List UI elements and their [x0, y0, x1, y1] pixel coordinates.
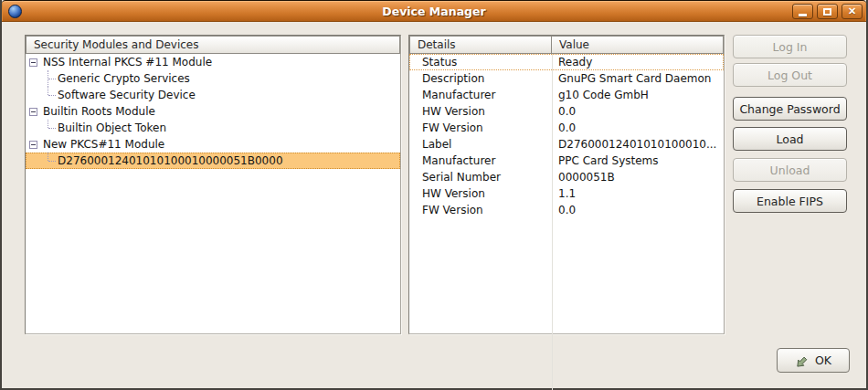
detail-value-cell: PPC Card Systems	[552, 153, 724, 169]
tree-item[interactable]: Generic Crypto Services	[26, 70, 400, 87]
detail-name-cell: Manufacturer	[409, 87, 552, 103]
details-column-header[interactable]: Details	[409, 36, 552, 54]
detail-value-cell: 0.0	[552, 120, 724, 136]
details-row[interactable]: HW Version1.1	[409, 185, 724, 202]
details-body: StatusReadyDescriptionGnuPG Smart Card D…	[409, 54, 724, 218]
expander-minus-icon[interactable]	[29, 58, 37, 67]
value-column-header[interactable]: Value	[551, 36, 724, 54]
detail-name-cell: Manufacturer	[409, 153, 552, 169]
tree-item-label: D27600012401010100010000051B0000	[57, 154, 283, 167]
details-row[interactable]: ManufacturerPPC Card Systems	[409, 153, 724, 169]
detail-name-cell: Description	[409, 70, 552, 87]
tree-item[interactable]: Builtin Roots Module	[26, 103, 400, 120]
ok-button[interactable]: OK	[777, 348, 850, 373]
detail-name-cell: FW Version	[409, 120, 552, 136]
window-title: Device Manager	[2, 5, 866, 18]
ok-button-label: OK	[815, 353, 831, 367]
device-action-buttons: Log InLog OutChange PasswordLoadUnloadEn…	[733, 35, 847, 213]
detail-name-cell: HW Version	[409, 103, 552, 120]
detail-name-cell: Serial Number	[409, 169, 552, 185]
detail-name-cell: FW Version	[409, 202, 552, 218]
tree-connector-line	[46, 153, 57, 169]
detail-value-cell: Ready	[552, 54, 724, 70]
detail-value-cell: g10 Code GmbH	[552, 87, 724, 103]
tree-item-label: Software Security Device	[57, 89, 196, 101]
tree-connector-line	[46, 70, 57, 87]
maximize-button[interactable]	[817, 4, 838, 19]
security-modules-panel: Security Modules and Devices NSS Interna…	[25, 35, 401, 334]
details-row[interactable]: StatusReady	[409, 54, 724, 70]
detail-value-cell: 1.1	[552, 185, 724, 202]
details-row[interactable]: FW Version0.0	[409, 120, 724, 136]
minimize-button[interactable]	[792, 4, 813, 19]
tree-header-row: Security Modules and Devices	[26, 36, 400, 54]
expander-minus-icon[interactable]	[29, 141, 37, 149]
tree-item-label: Builtin Object Token	[57, 121, 166, 134]
tree-column-header[interactable]: Security Modules and Devices	[26, 36, 400, 54]
expander-minus-icon[interactable]	[29, 108, 37, 116]
tree-item-label: New PKCS#11 Module	[42, 138, 164, 151]
detail-value-cell: D27600012401010100010...	[552, 136, 724, 153]
minimize-icon	[799, 14, 807, 16]
details-row[interactable]: DescriptionGnuPG Smart Card Daemon	[409, 70, 724, 87]
detail-name-cell: Label	[409, 136, 552, 153]
unload-button: Unload	[733, 158, 847, 182]
tree-connector-line	[46, 87, 57, 103]
close-button[interactable]: ✕	[842, 4, 863, 19]
details-panel: Details Value StatusReadyDescriptionGnuP…	[408, 35, 725, 334]
tree-item[interactable]: New PKCS#11 Module	[26, 136, 400, 153]
enable-fips-button[interactable]: Enable FIPS	[733, 189, 847, 213]
log-out-button: Log Out	[733, 63, 847, 87]
tree-item[interactable]: Software Security Device	[26, 87, 400, 103]
details-header-row: Details Value	[409, 36, 724, 54]
details-row[interactable]: LabelD27600012401010100010...	[409, 136, 724, 153]
detail-name-cell: Status	[409, 54, 552, 70]
details-row[interactable]: FW Version0.0	[409, 202, 724, 218]
details-row[interactable]: Manufacturerg10 Code GmbH	[409, 87, 724, 103]
tree-item-label: Builtin Roots Module	[42, 105, 155, 118]
change-password-button[interactable]: Change Password	[733, 97, 847, 121]
detail-name-cell: HW Version	[409, 185, 552, 202]
tree-connector-line	[46, 120, 57, 136]
device-manager-window: Device Manager ✕ Security Modules and De…	[0, 0, 868, 390]
detail-value-cell: GnuPG Smart Card Daemon	[552, 70, 724, 87]
tree-item-label: Generic Crypto Services	[57, 72, 190, 85]
maximize-icon	[823, 8, 831, 16]
close-icon: ✕	[848, 6, 856, 16]
ok-return-arrow-icon	[795, 353, 810, 368]
tree-item[interactable]: Builtin Object Token	[26, 120, 400, 136]
tree-item[interactable]: NSS Internal PKCS #11 Module	[26, 54, 400, 70]
tree-body: NSS Internal PKCS #11 ModuleGeneric Cryp…	[26, 54, 400, 169]
window-controls: ✕	[792, 4, 863, 19]
dialog-content: Security Modules and Devices NSS Interna…	[2, 22, 866, 387]
load-button[interactable]: Load	[733, 127, 847, 151]
details-row[interactable]: Serial Number0000051B	[409, 169, 724, 185]
log-in-button: Log In	[733, 35, 847, 58]
detail-value-cell: 0000051B	[552, 169, 724, 185]
tree-item[interactable]: D27600012401010100010000051B0000	[26, 153, 400, 169]
details-row[interactable]: HW Version0.0	[409, 103, 724, 120]
detail-value-cell: 0.0	[552, 202, 724, 218]
tree-item-label: NSS Internal PKCS #11 Module	[42, 56, 212, 69]
titlebar[interactable]: Device Manager ✕	[2, 0, 866, 22]
detail-value-cell: 0.0	[552, 103, 724, 120]
